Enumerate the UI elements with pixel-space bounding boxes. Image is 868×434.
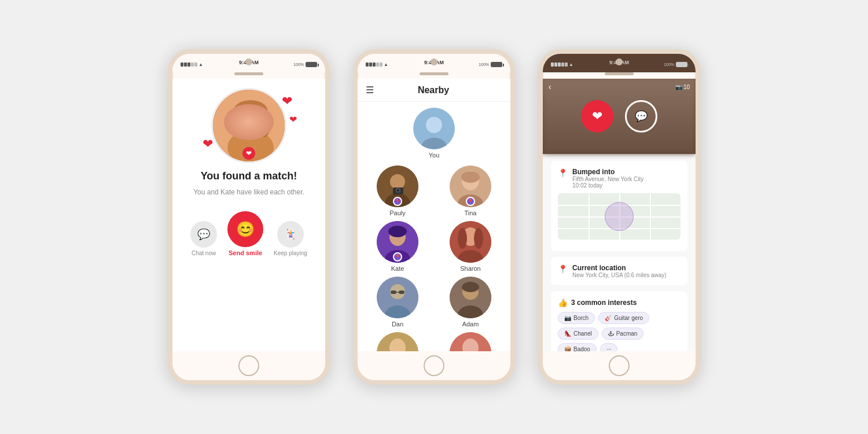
phone-1: ▲ 9:41 AM 100% [168,49,330,385]
interest-pacman[interactable]: 🕹 Pacman [602,328,644,340]
match-actions: 💬 Chat now 😊 Send smile 🃏 Keep playing [184,211,314,256]
battery-percent-1: 100% [293,62,304,67]
battery-icon-3 [676,62,687,67]
nearby-person-rose[interactable]: Rose [436,332,505,351]
nearby-person-dan[interactable]: Dan [363,277,432,328]
avatar-anna [377,332,418,351]
wifi-icon: ▲ [198,62,203,67]
send-smile-button[interactable]: 😊 Send smile [227,211,263,256]
map-view [558,193,681,240]
interests-more-button[interactable]: ··· [600,343,617,351]
bumped-time: 10:02 today [572,182,643,189]
interest-badoo[interactable]: 📦 Badoo [558,343,597,351]
nearby-person-tina[interactable]: 📍 Tina [436,165,505,216]
phone-3: ▲ 9:41 AM 100% ‹ 📷 10 ❤ 💬 [538,49,700,385]
status-time-1: 9:41 AM [239,60,259,65]
status-time-2: 9:41 AM [424,60,444,65]
nearby-person-adam[interactable]: Adam [436,277,505,328]
match-title: You found a match! [201,170,297,182]
home-button-2[interactable] [424,355,444,376]
interest-guitar[interactable]: 🎸 Guitar gero [598,312,649,324]
profile-big-actions: ❤ 💬 [581,100,657,133]
interest-borch[interactable]: 📷 Borch [558,312,595,324]
battery-area-3: 100% [664,62,687,67]
svg-point-5 [230,112,244,137]
svg-rect-35 [399,290,404,294]
nearby-person-sharon[interactable]: Sharon [436,221,505,272]
avatar-you [413,108,455,149]
battery-area-1: 100% [293,62,317,67]
nearby-name-you: You [429,152,440,159]
status-bar-3: ▲ 9:41 AM 100% [543,54,696,72]
map-grid [558,193,681,240]
keep-playing-button[interactable]: 🃏 Keep playing [274,221,307,256]
bumped-label: Bumped into [572,168,643,176]
avatar-wrap-pauly: 📍 [377,165,418,207]
nearby-person-anna[interactable]: Anna [363,332,432,351]
battery-percent-2: 100% [479,62,489,67]
pacman-icon: 🕹 [608,330,614,337]
borch-label: Borch [573,315,589,321]
chanel-label: Chanel [573,330,592,337]
road-v3 [650,193,651,240]
photo-counter: 📷 10 [675,84,690,90]
battery-area-2: 100% [479,62,502,67]
guitar-label: Guitar gero [614,315,643,321]
borch-icon: 📷 [564,315,571,321]
avatar-wrap-tina: 📍 [450,165,491,207]
current-location-row: 📍 Current location New York City, USA (0… [558,264,681,278]
avatar-sharon [450,221,491,263]
current-location-label: Current location [572,264,667,272]
avatar-adam [450,277,491,318]
match-screen: ❤ ❤ ❤ ❤ You found a match! You and Kate … [172,79,325,351]
match-badge: ❤ [242,147,255,160]
chat-now-button[interactable]: 💬 Chat now [190,221,217,256]
svg-rect-34 [391,290,396,294]
status-time-3: 9:41 AM [609,60,629,65]
avatar-wrap-adam [450,277,491,318]
phone-2: ▲ 9:41 AM 100% ☰ Nearby [353,49,515,385]
pin-tina: 📍 [466,197,475,206]
home-button-1[interactable] [238,355,259,376]
nearby-person-pauly[interactable]: 📍 Pauly [363,165,432,216]
phone-bottom-1 [172,351,325,380]
battery-percent-3: 100% [664,62,674,67]
status-bar-2: ▲ 9:41 AM 100% [358,54,510,72]
bumped-location: Fifth Avenue, New York City [572,176,643,182]
avatar-wrap-rose [450,332,491,351]
map-radius [605,202,634,231]
avatar-you-svg [413,108,455,149]
menu-icon[interactable]: ☰ [366,84,374,95]
heart-float-2: ❤ [289,114,297,125]
avatar-dan [377,277,418,318]
nearby-person-kate[interactable]: 📍 Kate [363,221,432,272]
header-actions: ‹ 📷 10 [549,82,690,91]
nearby-name-adam: Adam [462,321,479,328]
svg-point-28 [458,228,467,249]
avatar-rose-svg [450,332,491,351]
camera-icon: 📷 [675,84,682,90]
chanel-icon: 👠 [564,330,571,337]
svg-point-6 [257,112,271,137]
back-button[interactable]: ‹ [549,82,551,91]
wifi-icon-3: ▲ [569,62,573,67]
smile-icon: 😊 [227,211,263,247]
bumped-text: Bumped into Fifth Avenue, New York City … [572,168,643,189]
avatar-dan-svg [377,277,418,318]
nearby-name-sharon: Sharon [460,265,480,272]
match-avatar-container: ❤ ❤ ❤ ❤ [211,88,286,163]
like-button[interactable]: ❤ [581,100,613,133]
svg-point-20 [461,171,480,183]
nearby-name-dan: Dan [392,321,403,328]
phone-bottom-3 [543,351,696,380]
nearby-name-pauly: Pauly [389,209,406,216]
avatar-wrap-sharon [450,221,491,263]
chat-button[interactable]: 💬 [625,100,657,133]
chat-icon: 💬 [190,221,217,248]
speaker-2 [420,72,448,75]
pin-kate: 📍 [393,252,402,262]
interest-chanel[interactable]: 👠 Chanel [558,328,598,340]
home-button-3[interactable] [609,355,630,376]
avatar-wrap-anna [377,332,418,351]
nearby-person-you[interactable]: You [363,108,505,159]
